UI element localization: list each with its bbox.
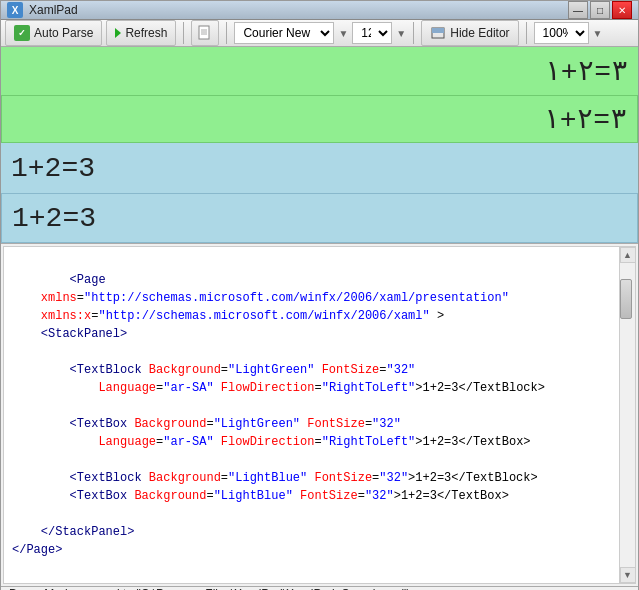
title-bar: X XamlPad — □ ✕ xyxy=(1,1,638,20)
scrollbar-thumb[interactable] xyxy=(620,279,632,319)
preview-row-4-textbox[interactable]: 1+2=3 xyxy=(1,193,638,243)
scroll-up-arrow[interactable]: ▲ xyxy=(620,247,636,263)
preview-row-2-textbox[interactable]: ٣=٢+١ xyxy=(1,95,638,143)
app-icon: X xyxy=(7,2,23,18)
window-controls: — □ ✕ xyxy=(568,1,632,19)
hide-editor-label: Hide Editor xyxy=(450,26,509,40)
editor-area: <Page xmlns="http://schemas.microsoft.co… xyxy=(1,243,638,586)
refresh-label: Refresh xyxy=(125,26,167,40)
dropdown-arrow-font: ▼ xyxy=(338,28,348,39)
close-button[interactable]: ✕ xyxy=(612,1,632,19)
preview-row-3-text: 1+2=3 xyxy=(11,153,95,184)
window-title: XamlPad xyxy=(29,3,78,17)
preview-row-3-textblock: 1+2=3 xyxy=(1,143,638,193)
app-window: X XamlPad — □ ✕ ✓ Auto Parse Refresh xyxy=(0,0,639,590)
title-bar-left: X XamlPad xyxy=(7,2,78,18)
preview-row-4-text: 1+2=3 xyxy=(12,203,96,234)
separator-4 xyxy=(526,22,527,44)
page-icon-button[interactable] xyxy=(191,20,219,46)
page-icon xyxy=(197,25,213,41)
separator-2 xyxy=(226,22,227,44)
auto-parse-button[interactable]: ✓ Auto Parse xyxy=(5,20,102,46)
auto-parse-icon: ✓ xyxy=(14,25,30,41)
maximize-button[interactable]: □ xyxy=(590,1,610,19)
zoom-select[interactable]: 100% xyxy=(534,22,589,44)
font-size-select[interactable]: 12 xyxy=(352,22,392,44)
scroll-down-arrow[interactable]: ▼ xyxy=(620,567,636,583)
preview-row-2-text: ٣=٢+١ xyxy=(543,102,627,136)
code-editor[interactable]: <Page xmlns="http://schemas.microsoft.co… xyxy=(4,247,619,583)
auto-parse-label: Auto Parse xyxy=(34,26,93,40)
minimize-button[interactable]: — xyxy=(568,1,588,19)
svg-rect-5 xyxy=(432,28,444,33)
preview-row-1-textblock: ٣=٢+١ xyxy=(1,47,638,95)
dropdown-arrow-zoom: ▼ xyxy=(593,28,603,39)
refresh-button[interactable]: Refresh xyxy=(106,20,176,46)
vertical-scrollbar[interactable]: ▲ ▼ xyxy=(619,247,635,583)
preview-row-1-text: ٣=٢+١ xyxy=(544,54,628,88)
status-bar: Done. Markup saved to "C:\Program Files\… xyxy=(1,586,638,590)
separator-1 xyxy=(183,22,184,44)
hide-editor-icon xyxy=(430,25,446,41)
font-select[interactable]: Courier New xyxy=(234,22,334,44)
hide-editor-button[interactable]: Hide Editor xyxy=(421,20,518,46)
separator-3 xyxy=(413,22,414,44)
dropdown-arrow-size: ▼ xyxy=(396,28,406,39)
toolbar: ✓ Auto Parse Refresh Courier New ▼ 12 ▼ xyxy=(1,20,638,47)
refresh-icon xyxy=(115,28,121,38)
editor-container: <Page xmlns="http://schemas.microsoft.co… xyxy=(3,246,636,584)
preview-area: ٣=٢+١ ٣=٢+١ 1+2=3 1+2=3 xyxy=(1,47,638,243)
